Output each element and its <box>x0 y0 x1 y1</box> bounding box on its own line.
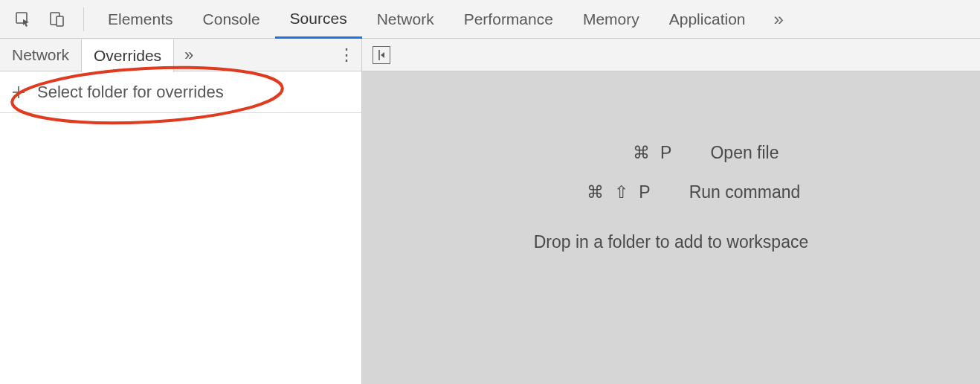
select-overrides-folder-label: Select folder for overrides <box>37 83 224 102</box>
tab-network[interactable]: Network <box>362 0 449 39</box>
sources-empty-hints: ⌘ P Open file ⌘ ⇧ P Run command Drop in … <box>362 71 980 384</box>
devtools-body: Network Overrides » ⋮ Select folder for … <box>0 39 980 384</box>
tab-performance[interactable]: Performance <box>449 0 568 39</box>
tab-console[interactable]: Console <box>188 0 275 39</box>
sidebar-options-icon[interactable]: ⋮ <box>332 39 361 71</box>
plus-icon <box>10 84 27 100</box>
devtools-toolbar: Elements Console Sources Network Perform… <box>0 0 980 39</box>
sidebar-tab-overrides[interactable]: Overrides <box>81 39 174 72</box>
tab-memory[interactable]: Memory <box>568 0 654 39</box>
tab-application[interactable]: Application <box>654 0 761 39</box>
device-toolbar-icon[interactable] <box>45 7 70 32</box>
toggle-navigator-icon[interactable] <box>373 46 390 64</box>
hint-run-command-label: Run command <box>689 182 801 202</box>
sidebar-tab-network[interactable]: Network <box>0 39 81 71</box>
hint-open-file-label: Open file <box>710 143 778 163</box>
hint-open-file-keys: ⌘ P <box>563 143 674 163</box>
tab-elements[interactable]: Elements <box>93 0 188 39</box>
sidebar-tabs: Network Overrides » ⋮ <box>0 39 361 71</box>
toolbar-divider <box>83 7 84 31</box>
hint-run-command-keys: ⌘ ⇧ P <box>542 182 654 202</box>
hint-run-command: ⌘ ⇧ P Run command <box>542 182 801 202</box>
sources-main-pane: ⌘ P Open file ⌘ ⇧ P Run command Drop in … <box>362 39 980 384</box>
main-toolbar <box>362 39 980 71</box>
sources-sidebar: Network Overrides » ⋮ Select folder for … <box>0 39 362 384</box>
toolbar-more-tabs-icon[interactable]: » <box>760 9 796 30</box>
sidebar-more-tabs-icon[interactable]: » <box>174 39 204 71</box>
svg-marker-6 <box>381 52 384 58</box>
select-overrides-folder-button[interactable]: Select folder for overrides <box>0 71 361 113</box>
tab-sources[interactable]: Sources <box>275 0 362 39</box>
hint-open-file: ⌘ P Open file <box>563 143 778 163</box>
inspect-element-icon[interactable] <box>10 7 36 32</box>
svg-rect-2 <box>57 16 63 26</box>
hint-drop-folder: Drop in a folder to add to workspace <box>534 232 808 252</box>
